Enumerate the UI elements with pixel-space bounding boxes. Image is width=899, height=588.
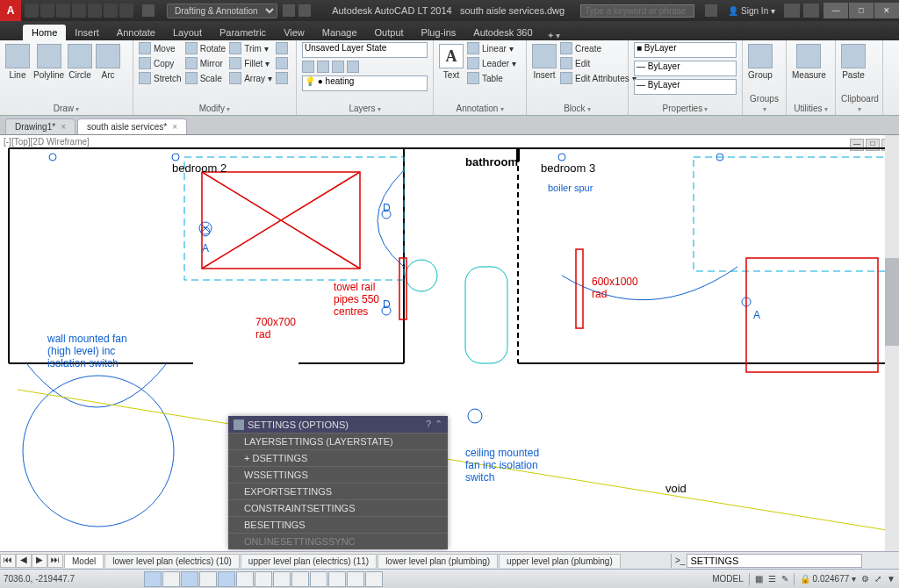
tab-manage[interactable]: Manage <box>313 25 366 40</box>
toggle-otrack[interactable] <box>255 571 272 587</box>
qat-undo[interactable] <box>104 4 118 18</box>
toggle-lwt[interactable] <box>291 571 309 587</box>
toggle-qp[interactable] <box>328 571 346 587</box>
panel-title[interactable]: Groups <box>748 93 780 115</box>
paste-button[interactable]: Paste <box>841 42 866 80</box>
ws-icon[interactable] <box>283 4 295 17</box>
cmd-suggestion[interactable]: + DSETTINGS <box>228 449 448 466</box>
tab-parametric[interactable]: Parametric <box>211 25 275 40</box>
panel-title[interactable]: Layers <box>302 103 428 115</box>
cmd-suggestion[interactable]: CONSTRAINTSETTINGS <box>228 499 448 516</box>
qat-plot[interactable] <box>88 4 102 18</box>
status-icon[interactable]: ⚙ <box>861 574 869 584</box>
infocenter-icon[interactable] <box>705 4 717 17</box>
mirror-button[interactable]: Mirror <box>185 57 226 69</box>
toggle-osnap[interactable] <box>218 571 235 587</box>
stretch-button[interactable]: Stretch <box>139 72 182 84</box>
create-block[interactable]: Create <box>560 42 636 54</box>
layer-state-combo[interactable]: Unsaved Layer State <box>302 42 428 58</box>
panel-title[interactable]: Clipboard <box>841 93 877 115</box>
signin-button[interactable]: 👤 Sign In ▾ <box>723 6 780 16</box>
toggle-tpy[interactable] <box>310 571 327 587</box>
ribbon-extra-icon[interactable]: ✦ ▾ <box>547 31 561 40</box>
tab-plugins[interactable]: Plug-ins <box>413 25 465 40</box>
status-icon[interactable]: ▦ <box>755 574 763 584</box>
drawing-canvas[interactable]: [-][Top][2D Wireframe] — □ × <box>0 135 899 551</box>
tab-annotate[interactable]: Annotate <box>108 25 164 40</box>
text-button[interactable]: AText <box>439 42 464 80</box>
edit-attr[interactable]: Edit Attributes ▾ <box>560 72 636 84</box>
edit-block[interactable]: Edit <box>560 57 636 69</box>
panel-title[interactable]: Utilities <box>792 103 830 115</box>
tab-layout[interactable]: Layout <box>164 25 211 40</box>
tab-insert[interactable]: Insert <box>66 25 108 40</box>
cmd-suggestion[interactable]: ONLINESETTINGSSYNC <box>228 533 448 549</box>
panel-title[interactable]: Annotation <box>439 103 521 115</box>
rotate-button[interactable]: Rotate <box>185 42 226 54</box>
polyline-button[interactable]: Polyline <box>33 42 64 80</box>
command-input[interactable] <box>687 554 862 568</box>
toggle-am[interactable] <box>365 571 383 587</box>
close-icon[interactable]: × <box>61 122 66 132</box>
exchange-icon[interactable] <box>784 4 800 18</box>
qat-saveas[interactable] <box>72 4 86 18</box>
maximize-button[interactable]: □ <box>849 3 874 18</box>
file-tab[interactable]: south aisle services*× <box>77 118 187 134</box>
nav-first[interactable]: ⏮ <box>0 554 16 568</box>
layout-tab[interactable]: lower level plan (plumbing) <box>378 554 498 568</box>
coordinates[interactable]: 7036.0, -219447.7 <box>4 574 144 584</box>
close-icon[interactable]: × <box>172 122 177 132</box>
cmd-suggestion[interactable]: BESETTINGS <box>228 516 448 533</box>
panel-title[interactable]: Block <box>532 103 622 115</box>
status-icon[interactable]: ▼ <box>887 574 895 584</box>
layout-tab[interactable]: Model <box>64 554 104 568</box>
layout-tab[interactable]: upper level plan (plumbing) <box>499 554 621 568</box>
copy-button[interactable]: Copy <box>139 57 182 69</box>
modify-small[interactable] <box>276 72 288 84</box>
scale-button[interactable]: Scale <box>185 72 226 84</box>
line-button[interactable]: Line <box>5 42 30 80</box>
cmd-suggestion[interactable]: LAYERSETTINGS (LAYERSTATE) <box>228 433 448 449</box>
linear-button[interactable]: Linear ▾ <box>467 42 516 54</box>
table-button[interactable]: Table <box>467 72 516 84</box>
panel-title[interactable]: Draw <box>5 103 127 115</box>
toggle-dyn[interactable] <box>273 571 291 587</box>
layout-tab[interactable]: lower level plan (electrics) (10) <box>104 554 240 568</box>
minimize-button[interactable]: — <box>823 3 848 18</box>
color-combo[interactable]: ■ ByLayer <box>634 42 737 58</box>
cmd-suggestion[interactable]: WSSETTINGS <box>228 466 448 483</box>
annotation-scale[interactable]: 🔒 0.024677 ▾ <box>800 574 856 584</box>
workspace-selector[interactable]: Drafting & Annotation <box>167 4 277 18</box>
insert-button[interactable]: Insert <box>532 42 557 80</box>
toggle-snap[interactable] <box>144 571 162 587</box>
circle-button[interactable]: Circle <box>68 42 92 80</box>
model-paper-toggle[interactable]: MODEL <box>712 574 744 584</box>
qat-open[interactable] <box>40 4 54 18</box>
nav-next[interactable]: ▶ <box>32 554 47 568</box>
toggle-grid[interactable] <box>162 571 180 587</box>
toggle-3dosnap[interactable] <box>236 571 254 587</box>
lineweight-combo[interactable]: — ByLayer <box>634 61 737 76</box>
cmd-suggestion[interactable]: EXPORTSETTINGS <box>228 483 448 499</box>
qat-redo[interactable] <box>119 4 133 18</box>
help-icon[interactable] <box>803 4 819 18</box>
nav-last[interactable]: ⏭ <box>47 554 63 568</box>
chevron-up-icon[interactable]: ⌃ <box>435 419 442 430</box>
move-button[interactable]: Move <box>139 42 182 54</box>
toggle-sc[interactable] <box>347 571 364 587</box>
toggle-ortho[interactable] <box>181 571 198 587</box>
trim-button[interactable]: Trim ▾ <box>229 42 272 54</box>
status-icon[interactable]: ☰ <box>768 574 776 584</box>
help-search-input[interactable] <box>580 4 694 18</box>
file-tab[interactable]: Drawing1*× <box>5 118 76 134</box>
modify-small[interactable] <box>276 57 288 69</box>
help-icon[interactable]: ? <box>426 419 431 430</box>
nav-prev[interactable]: ◀ <box>16 554 32 568</box>
ws-icon[interactable] <box>298 4 311 17</box>
layer-current-combo[interactable]: 💡 ● heating <box>302 75 428 91</box>
cmd-selected[interactable]: SETTINGS (OPTIONS)?⌃ <box>228 416 448 433</box>
fillet-button[interactable]: Fillet ▾ <box>229 57 272 69</box>
qat-save[interactable] <box>56 4 70 18</box>
leader-button[interactable]: Leader ▾ <box>467 57 516 69</box>
measure-button[interactable]: Measure <box>792 42 826 80</box>
